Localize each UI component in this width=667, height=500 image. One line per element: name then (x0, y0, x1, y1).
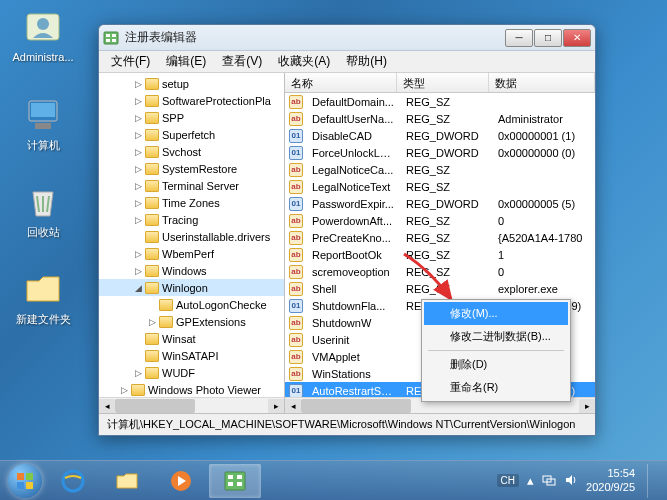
tree-hscroll[interactable]: ◂ ▸ (99, 397, 284, 413)
expander-icon[interactable]: ▷ (147, 316, 158, 327)
expander-icon[interactable] (147, 299, 158, 310)
list-row[interactable]: 01DisableCADREG_DWORD0x00000001 (1) (285, 127, 595, 144)
expander-icon[interactable]: ▷ (133, 180, 144, 191)
tree-node[interactable]: Winsat (99, 330, 284, 347)
tree-node[interactable]: ▷SystemRestore (99, 160, 284, 177)
menu-edit[interactable]: 编辑(E) (158, 51, 214, 72)
cell-data: 0x00000000 (0) (492, 147, 595, 159)
tree-node[interactable]: ▷Time Zones (99, 194, 284, 211)
task-regedit[interactable] (209, 464, 261, 498)
tree-node[interactable]: Userinstallable.drivers (99, 228, 284, 245)
tree-node-label: GPExtensions (176, 316, 246, 328)
svg-rect-12 (17, 482, 24, 489)
cell-name: ShutdownW (306, 317, 400, 329)
svg-rect-7 (112, 34, 116, 37)
context-menu-item[interactable]: 重命名(R) (424, 376, 568, 399)
expander-icon[interactable]: ▷ (133, 248, 144, 259)
col-data[interactable]: 数据 (489, 73, 595, 92)
tree-node[interactable]: ▷WbemPerf (99, 245, 284, 262)
col-name[interactable]: 名称 (285, 73, 397, 92)
tree-node[interactable]: WinSATAPI (99, 347, 284, 364)
expander-icon[interactable]: ▷ (133, 78, 144, 89)
task-explorer[interactable] (101, 464, 153, 498)
tray-network-icon[interactable] (542, 473, 556, 489)
tray-flag-icon[interactable]: ▴ (527, 473, 534, 488)
start-button[interactable] (4, 464, 46, 498)
tree-node[interactable]: ▷Svchost (99, 143, 284, 160)
clock[interactable]: 15:54 2020/9/25 (586, 467, 635, 493)
expander-icon[interactable]: ▷ (133, 95, 144, 106)
show-desktop-button[interactable] (647, 464, 657, 498)
desktop-icon-admin[interactable]: Administra... (8, 8, 78, 63)
tree-node[interactable]: ▷Windows (99, 262, 284, 279)
expander-icon[interactable]: ▷ (133, 112, 144, 123)
expander-icon[interactable]: ▷ (133, 197, 144, 208)
string-value-icon: ab (289, 265, 303, 279)
cell-name: WinStations (306, 368, 400, 380)
close-button[interactable]: ✕ (563, 29, 591, 47)
tree-node[interactable]: ▷GPExtensions (99, 313, 284, 330)
titlebar[interactable]: 注册表编辑器 ─ □ ✕ (99, 25, 595, 51)
language-indicator[interactable]: CH (497, 474, 519, 487)
tree-node[interactable]: ▷SPP (99, 109, 284, 126)
list-row[interactable]: abPowerdownAft...REG_SZ0 (285, 212, 595, 229)
context-menu-item[interactable]: 修改(M)... (424, 302, 568, 325)
menu-favorites[interactable]: 收藏夹(A) (270, 51, 338, 72)
list-row[interactable]: 01PasswordExpir...REG_DWORD0x00000005 (5… (285, 195, 595, 212)
string-value-icon: ab (289, 350, 303, 364)
tree-node[interactable]: ▷Windows Photo Viewer (99, 381, 284, 398)
context-menu-item[interactable]: 删除(D) (424, 353, 568, 376)
expander-icon[interactable]: ▷ (133, 214, 144, 225)
desktop-icon-recycle[interactable]: 回收站 (8, 182, 78, 240)
computer-icon (23, 95, 63, 135)
tree-node[interactable]: AutoLogonChecke (99, 296, 284, 313)
tree-node[interactable]: ▷Tracing (99, 211, 284, 228)
list-row[interactable]: abLegalNoticeCa...REG_SZ (285, 161, 595, 178)
folder-icon (145, 180, 159, 192)
task-ie[interactable] (47, 464, 99, 498)
menu-view[interactable]: 查看(V) (214, 51, 270, 72)
list-row[interactable]: abShellREG_SZexplorer.exe (285, 280, 595, 297)
cell-type: REG_SZ (400, 164, 492, 176)
tree-node[interactable]: ▷Superfetch (99, 126, 284, 143)
tree-node[interactable]: ▷setup (99, 75, 284, 92)
menu-help[interactable]: 帮助(H) (338, 51, 395, 72)
menu-file[interactable]: 文件(F) (103, 51, 158, 72)
expander-icon[interactable]: ▷ (133, 129, 144, 140)
string-value-icon: ab (289, 248, 303, 262)
regedit-icon (103, 30, 119, 46)
expander-icon[interactable] (133, 231, 144, 242)
desktop-icon-computer[interactable]: 计算机 (8, 95, 78, 153)
expander-icon[interactable]: ▷ (133, 265, 144, 276)
expander-icon[interactable]: ▷ (133, 163, 144, 174)
expander-icon[interactable] (133, 350, 144, 361)
context-menu-item[interactable]: 修改二进制数据(B)... (424, 325, 568, 348)
list-row[interactable]: abDefaultUserNa...REG_SZAdministrator (285, 110, 595, 127)
tree-node[interactable]: ▷SoftwareProtectionPla (99, 92, 284, 109)
maximize-button[interactable]: □ (534, 29, 562, 47)
dword-value-icon: 01 (289, 146, 303, 160)
list-row[interactable]: abLegalNoticeTextREG_SZ (285, 178, 595, 195)
tree-pane[interactable]: ▷setup▷SoftwareProtectionPla▷SPP▷Superfe… (99, 73, 285, 413)
list-row[interactable]: 01ForceUnlockLo...REG_DWORD0x00000000 (0… (285, 144, 595, 161)
tree-node[interactable]: ◢Winlogon (99, 279, 284, 296)
tree-node-label: Time Zones (162, 197, 220, 209)
col-type[interactable]: 类型 (397, 73, 489, 92)
expander-icon[interactable]: ▷ (133, 367, 144, 378)
tree-node[interactable]: ▷WUDF (99, 364, 284, 381)
expander-icon[interactable]: ▷ (133, 146, 144, 157)
tray-sound-icon[interactable] (564, 473, 578, 489)
expander-icon[interactable] (133, 333, 144, 344)
svg-rect-19 (228, 482, 233, 486)
cell-type: REG_DWORD (400, 147, 492, 159)
desktop-icon-newfolder[interactable]: 新建文件夹 (8, 269, 78, 327)
list-row[interactable]: abDefaultDomain...REG_SZ (285, 93, 595, 110)
list-row[interactable]: abPreCreateKno...REG_SZ{A520A1A4-1780 (285, 229, 595, 246)
tree-node[interactable]: ▷Terminal Server (99, 177, 284, 194)
expander-icon[interactable]: ◢ (133, 282, 144, 293)
expander-icon[interactable]: ▷ (119, 384, 130, 395)
list-row[interactable]: abReportBootOkREG_SZ1 (285, 246, 595, 263)
list-row[interactable]: abscremoveoptionREG_SZ0 (285, 263, 595, 280)
task-mediaplayer[interactable] (155, 464, 207, 498)
minimize-button[interactable]: ─ (505, 29, 533, 47)
